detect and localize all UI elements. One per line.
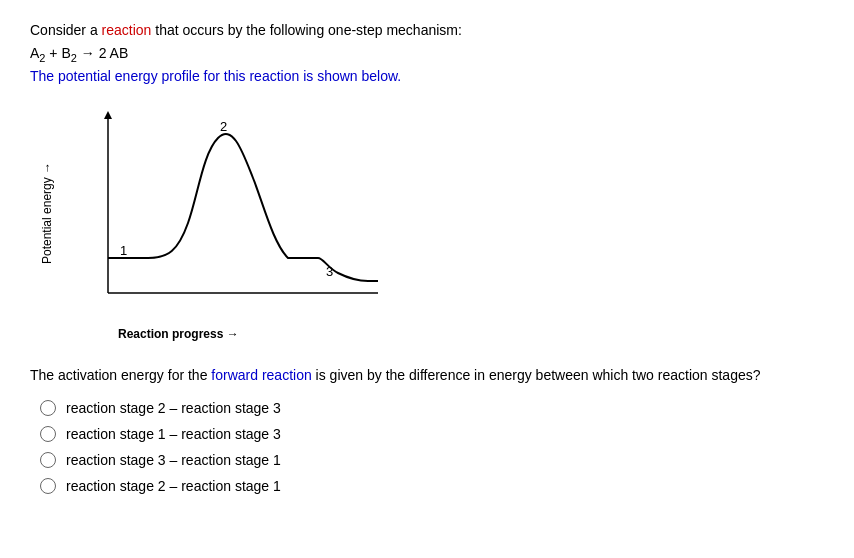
option-2-label: reaction stage 1 – reaction stage 3 — [66, 426, 281, 442]
option-2[interactable]: reaction stage 1 – reaction stage 3 — [40, 426, 824, 442]
point3-label: 3 — [326, 264, 333, 279]
energy-graph: 1 2 3 — [58, 103, 398, 323]
forward-word: forward reaction — [211, 367, 311, 383]
option-1[interactable]: reaction stage 2 – reaction stage 3 — [40, 400, 824, 416]
radio-3[interactable] — [40, 452, 56, 468]
option-1-label: reaction stage 2 – reaction stage 3 — [66, 400, 281, 416]
radio-1[interactable] — [40, 400, 56, 416]
question-text: The activation energy for the forward re… — [30, 365, 824, 386]
chemical-equation: A2 + B2 → 2 AB — [30, 45, 824, 64]
radio-4[interactable] — [40, 478, 56, 494]
options-list: reaction stage 2 – reaction stage 3 reac… — [40, 400, 824, 494]
option-3-label: reaction stage 3 – reaction stage 1 — [66, 452, 281, 468]
chart-area: 1 2 3 Reaction progress → — [58, 103, 398, 341]
intro-line1: Consider a reaction that occurs by the f… — [30, 20, 824, 41]
graph-wrapper: 1 2 3 — [58, 103, 398, 323]
option-4-label: reaction stage 2 – reaction stage 1 — [66, 478, 281, 494]
chart-container: Potential energy → 1 2 3 — [40, 103, 824, 341]
option-3[interactable]: reaction stage 3 – reaction stage 1 — [40, 452, 824, 468]
radio-2[interactable] — [40, 426, 56, 442]
point2-label: 2 — [220, 119, 227, 134]
svg-marker-1 — [104, 111, 112, 119]
x-axis-label: Reaction progress → — [118, 327, 239, 341]
question-section: The activation energy for the forward re… — [30, 365, 824, 494]
y-axis-label: Potential energy → — [40, 103, 54, 323]
intro-line2: The potential energy profile for this re… — [30, 66, 824, 87]
point1-label: 1 — [120, 243, 127, 258]
reaction-word: reaction — [102, 22, 152, 38]
option-4[interactable]: reaction stage 2 – reaction stage 1 — [40, 478, 824, 494]
